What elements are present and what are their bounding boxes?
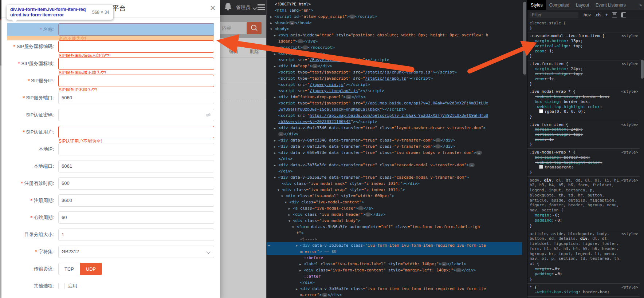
text-field[interactable]: 60 [58,211,214,224]
tab-event-listeners[interactable]: Event Listeners [592,0,629,10]
expand-arrow-icon[interactable]: ▶ [274,45,276,51]
dom-tree-line[interactable]: ▶<div class="ivu-form-item-content" styl… [267,267,522,273]
dom-tree-line[interactable]: </div> [267,168,522,174]
collapsed-content-ellipsis[interactable]: … [322,293,327,297]
tab-computed[interactable]: Computed [546,0,573,10]
css-property[interactable]: -webkit-tap-highlight-color: [530,160,638,165]
expand-arrow-icon[interactable]: ▶ [274,94,276,100]
collapsed-content-ellipsis[interactable]: … [469,163,474,167]
dom-tree-line[interactable]: ▶<script>…</script> [267,51,522,57]
dom-tree-line[interactable]: 3wfQ9aFHfuUzb3&s=1&callback=onBMapCallba… [267,106,522,112]
dom-tree-line[interactable]: idden;">…</svg> [267,38,522,44]
stylesheet-source-link[interactable]: <style> [621,178,638,183]
text-field[interactable] [58,57,214,70]
expand-arrow-icon[interactable]: ▶ [274,150,276,156]
expand-arrow-icon[interactable]: ▶ [274,144,276,150]
css-property[interactable]: zoom: 1; [530,76,638,82]
more-tabs-icon[interactable]: » [637,0,644,10]
css-property[interactable]: padding:▸0; [530,271,638,277]
collapse-arrow-icon[interactable]: ▼ [278,187,279,193]
dom-tree-line[interactable]: <script type="text/javascript" src="/sta… [267,69,522,75]
css-property[interactable]: zoom: 1; [530,137,638,142]
stylesheet-source-link[interactable]: <style> [621,285,638,290]
css-property[interactable]: margin-bottom: 24px; [530,127,638,132]
dom-tree-line[interactable]: <div class="ivu-modal-mask" style="z-ind… [267,180,522,187]
dom-tree-line[interactable]: ▶<a class="ivu-modal-close">…</a> [267,205,522,211]
css-rule[interactable]: body, div, dl, dt, dd, ul, ol, li, h1, h… [527,177,640,230]
css-rule[interactable]: * {<style>-webkit-box-sizing: border-box… [527,284,640,297]
collapsed-content-ellipsis[interactable]: … [346,95,351,99]
collapse-arrow-icon[interactable]: ▼ [292,224,294,230]
dom-tree-line[interactable]: ▶<script id="allow-copy_script">…</scrip… [267,13,522,20]
sidebar-dock-icon[interactable] [621,12,626,17]
collapsed-content-ellipsis[interactable]: … [435,144,441,148]
css-rule[interactable]: element.style {} [527,20,640,32]
css-property[interactable]: -webkit-box-sizing: border-box; [530,290,638,295]
css-property[interactable]: box-sizing: border-box; [530,155,638,160]
css-rule[interactable]: article, aside, blockquote, body, button… [527,230,640,284]
dom-tree-line[interactable]: <script src="/jquery.min.js"></script> [267,82,522,88]
collapse-arrow-icon[interactable]: ▼ [285,199,287,206]
collapse-arrow-icon[interactable]: ▼ [288,218,290,224]
dom-tree-line[interactable]: ▼<div class="ivu-modal" style="width: 60… [267,193,522,199]
text-field[interactable] [58,40,214,53]
css-property[interactable]: vertical-align: top; [530,132,638,137]
css-rule[interactable]: .ivu-modal-wrap * {<style>-webkit-box-si… [527,88,640,121]
password-field[interactable] [58,109,214,121]
expand-arrow-icon[interactable]: ▶ [270,14,272,20]
collapse-arrow-icon[interactable]: ▼ [296,243,298,249]
expand-arrow-icon[interactable]: ▶ [274,162,276,168]
color-swatch[interactable] [539,109,543,113]
text-field[interactable]: 600 [58,177,214,190]
css-property[interactable]: margin:▸0; [530,266,638,272]
dom-tree-line[interactable]: ▶<div id="app">…</div> [267,63,522,69]
text-field[interactable]: 6061 [58,160,214,172]
css-property[interactable]: margin-bottom: 24px; [530,67,638,72]
dom-tree-line[interactable]: m-error"> == $0 [267,249,522,255]
collapsed-content-ellipsis[interactable]: … [298,39,303,43]
css-rule[interactable]: .ivu-form-item {<style>margin-bottom: 24… [527,60,640,88]
dom-tree-line[interactable]: ⋯▼<div data-v-3b36a3fe class="ivu-form-i… [267,242,522,249]
password-visibility-icon[interactable] [205,112,211,119]
dom-tree-line[interactable]: <script src="/EasyPlayer-lib.min.js"></s… [267,57,522,63]
text-field[interactable]: 1 [58,229,214,241]
stylesheet-source-link[interactable]: <style> [621,33,638,39]
dom-tree-line[interactable]: </div> [267,279,522,286]
pseudo-state-toggle[interactable]: :hov [582,12,591,17]
expand-arrow-icon[interactable]: ▶ [288,212,290,218]
dom-tree-line[interactable]: ▶<head>…</head> [267,20,522,26]
collapsed-content-ellipsis[interactable]: … [349,15,355,19]
scrollbar-thumb[interactable] [641,60,644,79]
tab-styles[interactable]: Styles [527,0,546,10]
collapsed-content-ellipsis[interactable]: … [312,64,318,68]
css-rule[interactable]: .ivu-form-item {<style>margin-bottom: 24… [527,121,640,149]
stylesheet-source-link[interactable]: <style> [621,61,638,67]
css-property-value[interactable]: rgba(0, 0, 0, 0); [530,109,638,114]
styles-scrollbar[interactable] [640,20,644,298]
dom-tree-line[interactable]: ▶<noscript>…</noscript> [267,44,522,51]
expand-arrow-icon[interactable]: ▶ [299,261,301,267]
dom-tree-line[interactable]: ▶<div data-v-650e973e data-transfer="tru… [267,150,522,156]
expand-arrow-icon[interactable]: ▶ [274,138,276,144]
expand-arrow-icon[interactable]: ▶ [270,20,272,26]
css-property[interactable]: zoom: 1; [530,49,638,54]
styles-filter-input[interactable]: Filter [530,12,578,18]
dom-tree-line[interactable]: ▶<div id="fatkun-drop-panel">…</div> [267,94,522,100]
css-property[interactable]: box-sizing: border-box; [530,99,638,104]
text-field[interactable]: 5060 [58,92,214,104]
dom-tree-line[interactable]: zb3&services=&t=20230321100542"></script… [267,119,522,125]
css-property[interactable]: vertical-align: top; [530,71,638,76]
dom-tree-line[interactable]: ▶<div data-v-3b36a3fe class="ivu-form-it… [267,286,522,292]
expand-arrow-icon[interactable]: ▶ [274,32,276,39]
dom-tree-line[interactable]: <script src="https://api.map.baidu.com/g… [267,112,522,119]
stylesheet-source-link[interactable]: <style> [621,231,638,237]
scrollbar-thumb[interactable] [523,2,526,75]
collapse-arrow-icon[interactable]: ▼ [281,193,283,199]
dom-tree-line[interactable]: <script src="/jquery.timeplan2.js"></scr… [267,88,522,94]
dom-tree-line[interactable]: <!DOCTYPE html> [267,1,522,7]
expand-arrow-icon[interactable]: ▶ [274,125,276,131]
css-rule[interactable]: .ivu-modal-wrap * {<style>box-sizing: bo… [527,149,640,177]
dom-tree-line[interactable]: ▶<div data-v-0afc3346 data-transfer="tru… [267,137,522,143]
text-field[interactable] [58,75,214,87]
dom-tree-line[interactable]: ▶<svg aria-hidden="true" style="position… [267,32,522,38]
